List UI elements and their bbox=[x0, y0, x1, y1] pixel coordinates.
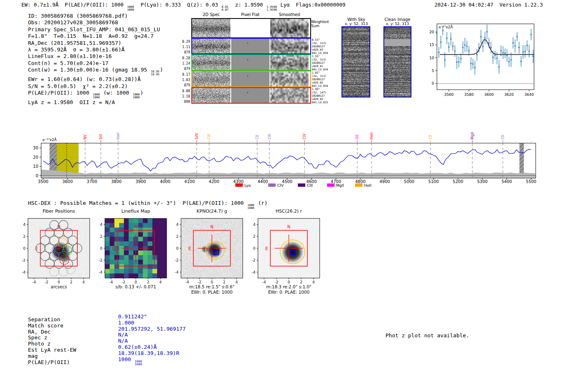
info-line-radec: RA,Dec (201.957581,51.969357) bbox=[28, 40, 163, 46]
svg-text:NV: NV bbox=[83, 135, 87, 139]
kpno-cutout-title: KPNO(24.7) g bbox=[173, 209, 251, 214]
info-line-contw: Cont(w) = 1.30(±0.00)e-16 (gmag 18.95 18… bbox=[28, 67, 163, 76]
svg-text:CIII: CIII bbox=[307, 183, 313, 188]
fiber-row-2 bbox=[191, 54, 311, 71]
detection-info-block: ID: 3005869768 (3005869768.pdf) Obs: 202… bbox=[28, 13, 163, 106]
fiber-positions-title: Fiber Positions bbox=[20, 209, 98, 214]
svg-text:-4: -4 bbox=[22, 270, 26, 274]
svg-text:3560: 3560 bbox=[444, 93, 454, 97]
svg-text:MgII: MgII bbox=[470, 132, 474, 139]
svg-text:-4: -4 bbox=[252, 270, 255, 274]
cleanimage-image bbox=[383, 26, 411, 97]
hsc-cutout-image bbox=[258, 218, 320, 278]
svg-text:3580: 3580 bbox=[464, 93, 474, 97]
svg-text:3900: 3900 bbox=[135, 179, 146, 184]
fiber4-2dspec-image bbox=[192, 88, 230, 103]
stacked-fraction: 18.9518.95 bbox=[151, 70, 159, 76]
fiber4-smoothed-image bbox=[270, 88, 309, 103]
svg-text:-2: -2 bbox=[22, 258, 26, 262]
weighted-smoothed-image bbox=[270, 19, 309, 37]
svg-text:e⁻¹⁷x2Å: e⁻¹⁷x2Å bbox=[439, 25, 453, 29]
svg-text:Lyα: Lyα bbox=[244, 183, 251, 188]
match-plae-value: 1000 10001000 bbox=[118, 357, 186, 366]
svg-text:5200: 5200 bbox=[453, 179, 463, 184]
svg-text:2: 2 bbox=[176, 234, 179, 239]
svg-text:10: 10 bbox=[33, 164, 38, 169]
fiber-row-3 bbox=[191, 71, 311, 87]
svg-text:5500: 5500 bbox=[526, 179, 536, 184]
info-line-seeing: F=1.8" T=0.115 N=1.18 A=0.92 g=24.7 bbox=[28, 33, 163, 39]
svg-text:3640: 3640 bbox=[525, 93, 534, 97]
svg-text:4: 4 bbox=[100, 223, 102, 227]
svg-text:4: 4 bbox=[176, 223, 179, 227]
fiber-row-1 bbox=[191, 38, 311, 54]
svg-text:30: 30 bbox=[33, 146, 38, 150]
svg-text:0: 0 bbox=[253, 246, 255, 251]
smoothed-col-title: Smoothed bbox=[270, 12, 309, 17]
fiber-row-4 bbox=[191, 87, 311, 104]
withsky-image bbox=[341, 26, 370, 97]
info-line-sn: S/N = 5.0(±0.5) χ² = 2.2(±0.2) bbox=[28, 83, 163, 90]
svg-text:0: 0 bbox=[100, 246, 102, 251]
svg-text:3700: 3700 bbox=[87, 179, 97, 184]
svg-text:4100: 4100 bbox=[184, 179, 195, 184]
svg-text:-4: -4 bbox=[33, 280, 36, 284]
photz-note: Phot z plot not available. bbox=[386, 332, 469, 339]
elixer-report-page: EW: 0.7±1.9Å P(LAE)/P(OII): 1000 1000100… bbox=[0, 0, 576, 392]
svg-text:2: 2 bbox=[147, 280, 149, 284]
fiber4-weights: 0.081.10098 bbox=[173, 88, 190, 104]
svg-text:5100: 5100 bbox=[428, 179, 439, 184]
full-spectrum-plot: 3500360037003800390040004100420043004400… bbox=[0, 121, 576, 195]
stacked-fraction: 10001000 bbox=[127, 6, 134, 12]
svg-text:-4: -4 bbox=[99, 270, 102, 274]
info-line-ewr: EWr = 1.60(±0.64) (w: 0.73(±0.28))Å bbox=[28, 76, 163, 83]
svg-text:4000: 4000 bbox=[160, 179, 170, 184]
svg-text:SiIV: SiIV bbox=[195, 133, 199, 139]
svg-text:10: 10 bbox=[430, 56, 434, 60]
info-line-contn: Cont(n) = 5.70(±0.24)e-17 bbox=[28, 60, 163, 67]
2dspec-col-title: 2D Spec bbox=[192, 12, 230, 17]
svg-text:-2: -2 bbox=[275, 280, 279, 284]
lineflux-map-image bbox=[105, 218, 167, 278]
match-table-values: 0.911242" 1.000 201.957292, 51.969177 N/… bbox=[118, 314, 186, 366]
svg-text:e⁻¹⁷x2Å: e⁻¹⁷x2Å bbox=[42, 137, 57, 142]
svg-text:0: 0 bbox=[211, 280, 213, 284]
weighted-2dspec-image bbox=[192, 19, 230, 37]
kpno-cutout-xlabel: m:18.5 re:1.5" s:0.6" bbox=[169, 284, 255, 289]
fiber2-smoothed-image bbox=[270, 55, 309, 70]
hsc-cutout-title: HSC(26.2) r bbox=[250, 209, 328, 214]
stacked-fraction: 0.010.07 bbox=[221, 6, 228, 12]
hsc-cutout-panel: HSC(26.2) r -4-2024-4-2024NE m:18.3 re:2… bbox=[250, 208, 328, 296]
weighted-sum-row bbox=[191, 18, 311, 38]
info-line-id: ID: 3005869768 (3005869768.pdf) bbox=[28, 13, 163, 19]
fiber1-2dspec-image bbox=[192, 39, 230, 53]
lineflux-map-title: Lineflux Map bbox=[97, 209, 175, 214]
svg-text:-4: -4 bbox=[175, 270, 179, 274]
svg-text:15: 15 bbox=[430, 43, 434, 47]
svg-text:2: 2 bbox=[223, 280, 225, 284]
info-line-lyaz: LyA z = 1.9580 OII z = N/A bbox=[28, 99, 163, 106]
svg-text:0: 0 bbox=[58, 280, 60, 284]
fiber3-smoothed-image bbox=[270, 72, 309, 86]
fiber1-weights: 0.291.11079 bbox=[173, 39, 190, 55]
svg-text:4: 4 bbox=[23, 223, 26, 227]
svg-text:OII: OII bbox=[355, 135, 359, 139]
svg-text:3600: 3600 bbox=[484, 93, 494, 97]
svg-text:2: 2 bbox=[100, 234, 102, 239]
svg-text:4: 4 bbox=[253, 223, 255, 227]
cleanimage-title: Clean Image bbox=[370, 17, 425, 22]
stacked-fraction: 1.95901.9590 bbox=[267, 6, 277, 12]
info-line-lineflux: LineFlux = 2.80(±1.10)e-16 bbox=[28, 53, 163, 60]
svg-text:CIV: CIV bbox=[302, 134, 307, 139]
weighted-pixelflat-image bbox=[231, 19, 269, 37]
svg-text:-4: -4 bbox=[186, 280, 189, 284]
svg-text:-2: -2 bbox=[252, 258, 255, 262]
svg-text:HeII: HeII bbox=[364, 183, 372, 188]
svg-text:CII: CII bbox=[501, 135, 505, 139]
fiber1-pixelflat-image bbox=[231, 39, 269, 53]
svg-text:4300: 4300 bbox=[233, 179, 244, 184]
svg-text:3600: 3600 bbox=[63, 179, 73, 184]
fiber-positions-panel: Fiber Positions -4-2024-4-2024NE arcsecs bbox=[20, 208, 98, 296]
svg-text:CII: CII bbox=[428, 135, 432, 139]
svg-text:SiII: SiII bbox=[99, 134, 103, 139]
